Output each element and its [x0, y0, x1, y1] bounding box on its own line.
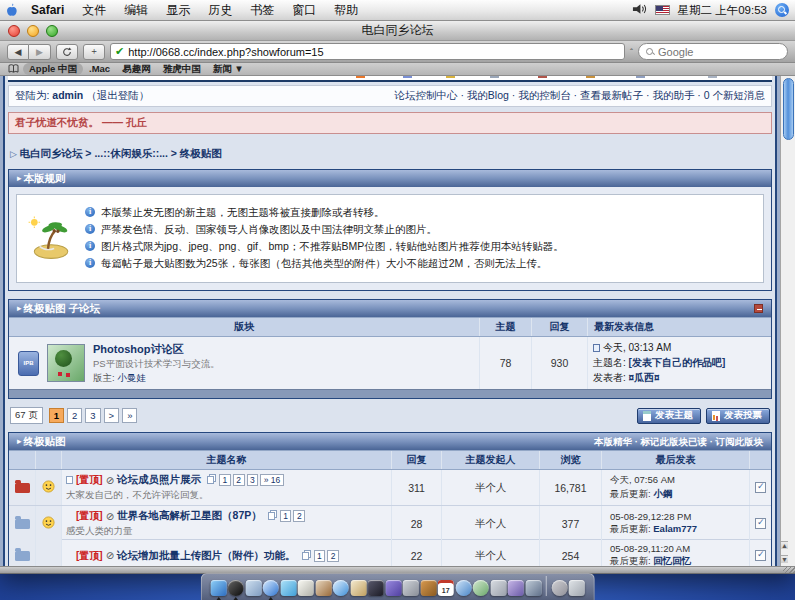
- lastpost-user-link[interactable]: 回忆回忆: [653, 555, 691, 566]
- user-link[interactable]: 我的助手: [652, 89, 694, 101]
- new-topic-button[interactable]: 发表主题: [637, 408, 701, 424]
- dock-icon-ical[interactable]: 17: [438, 580, 454, 596]
- spotlight-icon[interactable]: [775, 3, 789, 17]
- last-topic-link[interactable]: [发表下自己的作品吧]: [629, 357, 726, 368]
- subforum-panel-header[interactable]: 终极贴图 子论坛: [9, 300, 771, 317]
- collapse-icon[interactable]: [754, 304, 763, 313]
- thread-page-link[interactable]: 2: [327, 550, 339, 562]
- search-input[interactable]: [658, 46, 780, 58]
- last-poster-link[interactable]: ¤瓜西¤: [629, 372, 660, 383]
- menu-item[interactable]: 文件: [73, 0, 115, 21]
- address-bar[interactable]: ✔: [110, 43, 625, 60]
- dock-icon-textedit[interactable]: [298, 580, 314, 596]
- page-link[interactable]: 1: [49, 408, 64, 423]
- dock-icon-quicktime[interactable]: [455, 580, 471, 596]
- thread-page-link[interactable]: 2: [233, 474, 245, 486]
- dock-icon-garageband[interactable]: [420, 580, 436, 596]
- input-language-flag-icon[interactable]: [655, 5, 670, 15]
- menu-clock[interactable]: 星期二 上午09:53: [678, 3, 767, 18]
- menu-item[interactable]: 书签: [241, 0, 283, 21]
- select-checkbox[interactable]: [755, 550, 766, 561]
- dock-icon-address-book[interactable]: [315, 580, 331, 596]
- title-bar[interactable]: 电白同乡论坛: [0, 21, 795, 41]
- back-button[interactable]: ◀: [7, 44, 29, 60]
- scroll-up-button[interactable]: ▲: [781, 541, 788, 549]
- thread-title-link[interactable]: 论坛增加批量上传图片（附件）功能。: [117, 549, 296, 563]
- menu-item[interactable]: 帮助: [325, 0, 367, 21]
- breadcrumb-item[interactable]: ...::休闲娱乐::...: [94, 147, 168, 159]
- bookmark-item[interactable]: 雅虎中国: [157, 63, 207, 75]
- lastpost-user-link[interactable]: 小鋼: [653, 488, 672, 499]
- thread-starter-link[interactable]: 半个人: [441, 470, 539, 505]
- lastpost-user-link[interactable]: Ealam777: [653, 523, 697, 534]
- menu-item[interactable]: 编辑: [115, 0, 157, 21]
- dock-icon-disk-utility[interactable]: [403, 580, 419, 596]
- bookmark-item[interactable]: .Mac: [83, 63, 116, 75]
- menu-item[interactable]: 历史: [199, 0, 241, 21]
- thread-page-link[interactable]: 1: [219, 474, 231, 486]
- google-search-field[interactable]: [638, 43, 788, 60]
- dock-icon-itunes[interactable]: [333, 580, 349, 596]
- thread-starter-link[interactable]: 半个人: [441, 506, 539, 541]
- forward-button[interactable]: ▶: [29, 44, 51, 60]
- thread-title-link[interactable]: 论坛成员照片展示: [117, 473, 201, 487]
- user-link[interactable]: 查看最新帖子: [580, 89, 643, 101]
- board-tool-link[interactable]: 本版精华: [594, 436, 632, 447]
- dock-icon-system-preferences[interactable]: [490, 580, 506, 596]
- page-link[interactable]: >: [104, 408, 120, 423]
- bookmark-item[interactable]: Apple 中国: [23, 63, 83, 75]
- goto-post-icon[interactable]: [593, 344, 600, 352]
- dock-icon-trash[interactable]: [569, 580, 585, 596]
- menu-item[interactable]: Safari: [22, 0, 73, 21]
- user-link[interactable]: 我的Blog: [467, 89, 509, 101]
- dock-icon-dashboard[interactable]: [228, 580, 244, 596]
- dock-icon-safari[interactable]: [263, 580, 279, 596]
- thread-page-link[interactable]: 1: [280, 510, 292, 522]
- dock-icon-network[interactable]: [551, 580, 567, 596]
- dock-icon-ichat[interactable]: [280, 580, 296, 596]
- close-button[interactable]: [8, 25, 20, 37]
- dock-icon-dvd-player[interactable]: [525, 580, 541, 596]
- bookmark-item[interactable]: 新闻 ▼: [207, 63, 250, 75]
- volume-icon[interactable]: [632, 3, 647, 17]
- breadcrumb-item[interactable]: 终极贴图: [180, 147, 222, 159]
- url-input[interactable]: [128, 46, 620, 58]
- dock-icon-imovie[interactable]: [368, 580, 384, 596]
- user-link[interactable]: 0 个新短消息: [704, 89, 765, 101]
- username-link[interactable]: admin: [52, 89, 83, 101]
- menu-item[interactable]: 显示: [157, 0, 199, 21]
- thread-title-link[interactable]: 世界各地高解析卫星图（87P）: [117, 509, 262, 523]
- dock-icon-finder[interactable]: [210, 580, 226, 596]
- scroll-down-button[interactable]: ▼: [781, 555, 788, 563]
- zoom-button[interactable]: [46, 25, 58, 37]
- board-tool-link[interactable]: 标记此版块已读: [641, 436, 708, 447]
- thread-page-link[interactable]: 2: [293, 510, 305, 522]
- reload-button[interactable]: [56, 44, 78, 60]
- vertical-scrollbar[interactable]: ▲ ▼: [780, 76, 795, 566]
- add-bookmark-button[interactable]: ＋: [83, 44, 105, 60]
- logout-link[interactable]: （退出登陆）: [86, 89, 149, 101]
- user-link[interactable]: 我的控制台: [518, 89, 571, 101]
- minimize-button[interactable]: [27, 25, 39, 37]
- bookmark-item[interactable]: 易趣网: [116, 63, 157, 75]
- dock-icon-mail[interactable]: [245, 580, 261, 596]
- board-tool-link[interactable]: 订阅此版块: [716, 436, 764, 447]
- scrollbar-thumb[interactable]: [783, 78, 794, 140]
- subforum-link[interactable]: Photoshop讨论区: [93, 342, 220, 357]
- dock-icon-iphoto[interactable]: [350, 580, 366, 596]
- bookmarks-book-icon[interactable]: [8, 63, 19, 75]
- thread-page-link[interactable]: » 16: [260, 474, 284, 486]
- rules-panel-header[interactable]: 本版规则: [9, 170, 771, 187]
- dock-icon-imovie-hd[interactable]: [508, 580, 524, 596]
- breadcrumb-item[interactable]: 电白同乡论坛: [19, 147, 82, 159]
- user-link[interactable]: 论坛控制中心: [395, 89, 458, 101]
- apple-menu-icon[interactable]: [0, 3, 22, 17]
- select-checkbox[interactable]: [755, 518, 766, 529]
- dock-icon-idvd[interactable]: [385, 580, 401, 596]
- page-link[interactable]: 2: [67, 408, 82, 423]
- resize-grip[interactable]: [783, 566, 795, 573]
- page-link[interactable]: »: [122, 408, 137, 423]
- new-poll-button[interactable]: 发表投票: [706, 408, 770, 424]
- select-checkbox[interactable]: [755, 482, 766, 493]
- thread-page-link[interactable]: 1: [314, 550, 326, 562]
